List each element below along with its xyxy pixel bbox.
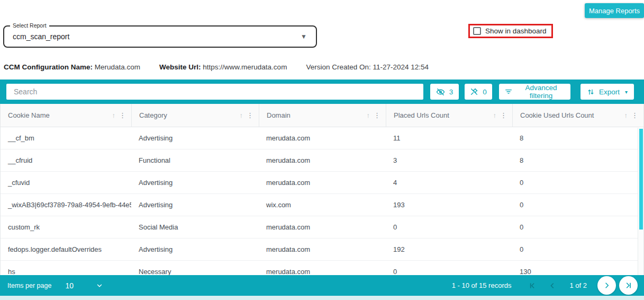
table-cell: 8: [512, 149, 643, 171]
pin-off-icon: [470, 87, 478, 96]
table-row[interactable]: __cfruidFunctionalmerudata.com38: [1, 149, 643, 172]
show-in-dashboard-label: Show in dashboard: [485, 27, 547, 35]
config-info: CCM Configuration Name: Merudata.com Web…: [4, 63, 429, 71]
sort-ascending-icon[interactable]: ↑: [112, 111, 116, 119]
column-header-label: Placed Urls Count: [394, 111, 493, 119]
config-url: Website Url: https://www.merudata.com: [159, 63, 287, 71]
chevron-left-icon: [548, 281, 557, 290]
pinned-columns-count: 0: [483, 88, 487, 96]
next-page-button[interactable]: [597, 276, 616, 295]
vertical-scrollbar-track[interactable]: [638, 128, 643, 275]
column-header-icons: ↑⋮: [240, 111, 259, 119]
table-header-row: Cookie Name↑⋮Category↑⋮Domain↑⋮Placed Ur…: [0, 104, 644, 127]
column-header-icons: ↑⋮: [624, 111, 644, 119]
column-header-label: Category: [139, 111, 240, 119]
table-row[interactable]: __cf_bmAdvertisingmerudata.com118: [1, 127, 643, 149]
column-menu-icon[interactable]: ⋮: [374, 111, 380, 119]
first-page-button[interactable]: [526, 279, 539, 292]
pager-controls: 1 - 10 of 15 records 1 of 2: [452, 276, 644, 295]
table-row[interactable]: custom_rkSocial Mediamerudata.com00: [1, 216, 643, 239]
table-cell: merudata.com: [259, 216, 386, 238]
table-cell: 3: [386, 149, 512, 171]
column-header-label: Cookie Used Urls Count: [520, 111, 624, 119]
items-per-page-select[interactable]: 10: [51, 281, 103, 290]
advanced-filtering-label: Advanced filtering: [517, 84, 565, 100]
first-page-icon: [528, 281, 537, 290]
table-cell: 193: [386, 194, 512, 216]
table-cell: 8: [512, 127, 643, 149]
manage-reports-button[interactable]: Manage Reports: [585, 3, 644, 18]
last-page-button[interactable]: [619, 276, 638, 295]
items-per-page-value: 10: [65, 281, 74, 290]
table-cell: merudata.com: [259, 239, 386, 260]
chevron-right-icon: [602, 281, 611, 290]
advanced-filtering-button[interactable]: Advanced filtering: [499, 84, 570, 100]
table-row[interactable]: _wixAB3|69cf3789-79a8-4954-9efb-44e5...A…: [1, 194, 643, 216]
column-header-icons: ↑⋮: [112, 111, 132, 119]
column-menu-icon[interactable]: ⋮: [500, 111, 507, 119]
table-cell: merudata.com: [259, 261, 386, 275]
column-header[interactable]: Domain↑⋮: [259, 104, 386, 127]
sort-ascending-icon[interactable]: ↑: [367, 111, 370, 119]
column-menu-icon[interactable]: ⋮: [247, 111, 253, 119]
column-header[interactable]: Placed Urls Count↑⋮: [386, 104, 512, 127]
column-header[interactable]: Category↑⋮: [131, 104, 259, 127]
table-cell: 0: [512, 216, 643, 238]
items-per-page-label: Items per page: [7, 282, 51, 289]
table-cell: 192: [386, 239, 512, 260]
table-cell: Social Media: [131, 216, 259, 238]
table-cell: hs: [1, 261, 131, 275]
table-cell: Advertising: [131, 239, 259, 260]
column-menu-icon[interactable]: ⋮: [119, 111, 126, 119]
pager-bar: Items per page 10 1 - 10 of 15 records 1…: [0, 275, 644, 296]
table-cell: Necessary: [131, 261, 259, 275]
table-cell: wix.com: [259, 194, 386, 216]
table-cell: 0: [512, 172, 643, 193]
chevron-down-icon: ▾: [625, 89, 628, 95]
previous-page-button[interactable]: [546, 279, 559, 292]
column-menu-icon[interactable]: ⋮: [631, 111, 638, 119]
config-version: Version Created On: 11-27-2024 12:54: [306, 63, 429, 71]
sort-ascending-icon[interactable]: ↑: [493, 111, 497, 119]
table-cell: Advertising: [131, 194, 259, 216]
pinned-columns-button[interactable]: 0: [465, 84, 492, 100]
vertical-scrollbar-thumb[interactable]: [639, 129, 643, 230]
report-select-value: ccm_scan_report: [13, 27, 69, 47]
table-cell: Advertising: [131, 127, 259, 149]
show-in-dashboard-checkbox[interactable]: [473, 27, 481, 35]
table-cell: Advertising: [131, 172, 259, 193]
last-page-icon: [624, 281, 633, 290]
table-cell: fedops.logger.defaultOverrides: [1, 239, 131, 260]
table-cell: merudata.com: [259, 172, 386, 193]
sort-ascending-icon[interactable]: ↑: [240, 111, 243, 119]
table-cell: _wixAB3|69cf3789-79a8-4954-9efb-44e5...: [1, 194, 131, 216]
table-row[interactable]: fedops.logger.defaultOverridesAdvertisin…: [1, 239, 643, 261]
column-header[interactable]: Cookie Used Urls Count↑⋮: [512, 104, 643, 127]
grid-toolbar: 3 0 Advanced filtering Export ▾: [0, 80, 644, 104]
records-range-label: 1 - 10 of 15 records: [452, 281, 512, 289]
table-row[interactable]: _cfuvidAdvertisingmerudata.com40: [1, 172, 643, 194]
export-button[interactable]: Export ▾: [580, 84, 634, 100]
table-cell: __cf_bm: [1, 127, 131, 149]
sort-ascending-icon[interactable]: ↑: [624, 111, 628, 119]
table-cell: 11: [386, 127, 512, 149]
table-cell: 0: [386, 261, 512, 275]
table-cell: 0: [386, 216, 512, 238]
column-header[interactable]: Cookie Name↑⋮: [1, 104, 131, 127]
column-header-icons: ↑⋮: [493, 111, 513, 119]
report-select[interactable]: Select Report ccm_scan_report ▼: [3, 25, 317, 48]
table-cell: 0: [512, 239, 643, 260]
config-name: CCM Configuration Name: Merudata.com: [4, 63, 140, 71]
table-cell: __cfruid: [1, 149, 131, 171]
table-row[interactable]: hsNecessarymerudata.com0130: [1, 261, 643, 275]
table-cell: 0: [512, 194, 643, 216]
table-cell: 4: [386, 172, 512, 193]
chevron-down-icon: ▼: [301, 33, 307, 40]
show-in-dashboard-highlight: Show in dashboard: [468, 24, 553, 38]
column-header-label: Cookie Name: [8, 111, 112, 119]
table-cell: Functional: [131, 149, 259, 171]
export-label: Export: [599, 88, 620, 96]
search-input[interactable]: [6, 84, 423, 100]
filter-icon: [504, 87, 513, 96]
hidden-columns-button[interactable]: 3: [430, 84, 459, 100]
